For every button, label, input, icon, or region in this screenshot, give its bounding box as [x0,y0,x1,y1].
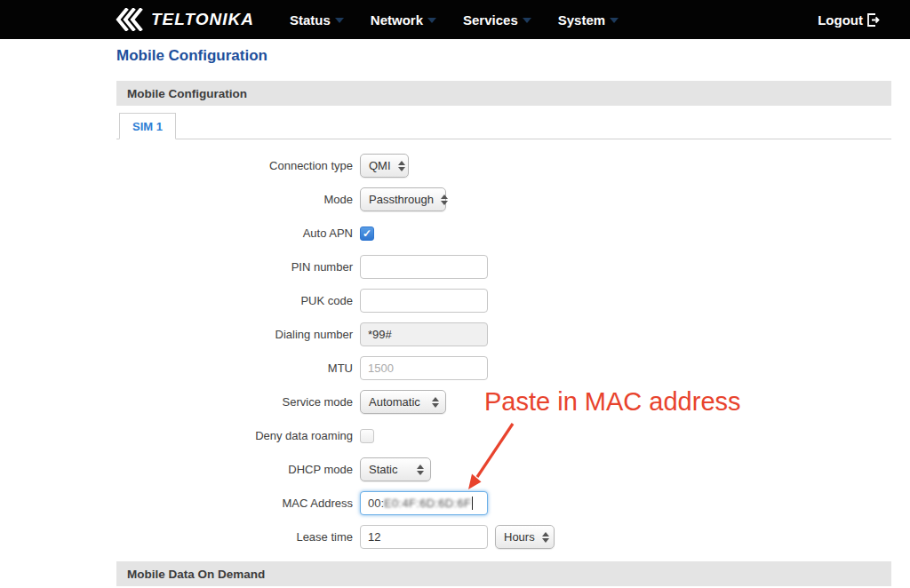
field-label: Mode [116,193,360,206]
logout-label: Logout [818,12,863,28]
logout-icon [866,13,880,27]
chevron-down-icon [335,18,344,23]
brand-text: TELTONIKA [151,10,254,29]
field-label: Auto APN [116,226,360,240]
updown-arrows-icon [542,532,549,543]
chevron-down-icon [427,18,436,23]
page-title: Mobile Configuration [116,47,891,65]
select-value: Hours [504,530,535,544]
updown-arrows-icon [441,195,448,205]
field-label: Lease time [116,530,360,544]
form-row-puk: PUK code [116,289,891,313]
mtu-input[interactable] [360,356,488,380]
chevron-down-icon [610,18,619,23]
updown-arrows-icon [432,397,439,408]
dhcp-mode-select[interactable]: Static [360,457,431,481]
chevron-down-icon [523,18,531,23]
tab-sim1[interactable]: SIM 1 [119,113,176,139]
select-value: Automatic [369,395,420,409]
nav-item-label: Network [371,12,423,28]
nav-menu: Status Network Services System [290,12,619,28]
teltonika-logo-icon [116,8,146,31]
field-label: Dialing number [116,328,360,341]
field-label: DHCP mode [116,463,360,476]
field-label: MTU [116,362,360,375]
nav-item-label: Services [463,12,518,28]
field-label: PIN number [116,260,360,274]
field-label: Service mode [116,395,360,409]
nav-item-network[interactable]: Network [371,12,436,28]
form-row-connection-type: Connection type QMI [116,154,891,178]
form-row-pin: PIN number [116,255,891,279]
updown-arrows-icon [398,161,405,171]
updown-arrows-icon [417,465,424,475]
auto-apn-checkbox[interactable] [360,226,374,241]
puk-input[interactable] [360,289,488,313]
select-value: Passthrough [369,193,434,206]
field-label: MAC Address [116,497,360,510]
field-label: Deny data roaming [116,429,360,442]
annotation-paste-mac: Paste in MAC address [484,387,741,417]
page-content: Mobile Configuration Mobile Configuratio… [116,47,891,586]
section-header-label: Mobile Configuration [127,87,247,100]
nav-item-services[interactable]: Services [463,12,531,28]
mac-value-redacted: E0:4F:6D:6D:6F [384,497,471,510]
dialing-number-input[interactable] [360,322,488,346]
field-label: PUK code [116,294,360,307]
section-header-label: Mobile Data On Demand [127,568,265,581]
mac-value-prefix: 00: [368,497,384,510]
form-row-mtu: MTU [116,356,891,380]
tabs-bar: SIM 1 [116,113,891,139]
text-cursor [472,497,473,510]
nav-item-status[interactable]: Status [290,12,344,28]
section-header-mobile-configuration: Mobile Configuration [116,81,891,106]
nav-item-label: Status [290,12,331,28]
form-row-mode: Mode Passthrough [116,187,891,211]
mode-select[interactable]: Passthrough [360,187,446,211]
form-row-auto-apn: Auto APN [116,221,891,245]
form-row-lease-time: Lease time Hours [116,525,891,549]
logout-button[interactable]: Logout [818,12,880,28]
field-label: Connection type [116,159,360,172]
select-value: QMI [369,159,391,172]
top-navbar: TELTONIKA Status Network Services System… [0,0,910,39]
annotation-arrow-icon [458,418,520,497]
nav-item-label: System [558,12,605,28]
lease-time-unit-select[interactable]: Hours [495,525,555,549]
pin-input[interactable] [360,255,488,279]
select-value: Static [369,463,398,476]
nav-item-system[interactable]: System [558,12,619,28]
section-header-mobile-data-on-demand: Mobile Data On Demand [116,561,891,586]
connection-type-select[interactable]: QMI [360,154,409,178]
form-row-dialing-number: Dialing number [116,322,891,346]
deny-data-roaming-checkbox[interactable] [360,429,374,443]
teltonika-logo: TELTONIKA [116,8,254,31]
service-mode-select[interactable]: Automatic [360,390,446,414]
lease-time-input[interactable] [360,525,488,549]
